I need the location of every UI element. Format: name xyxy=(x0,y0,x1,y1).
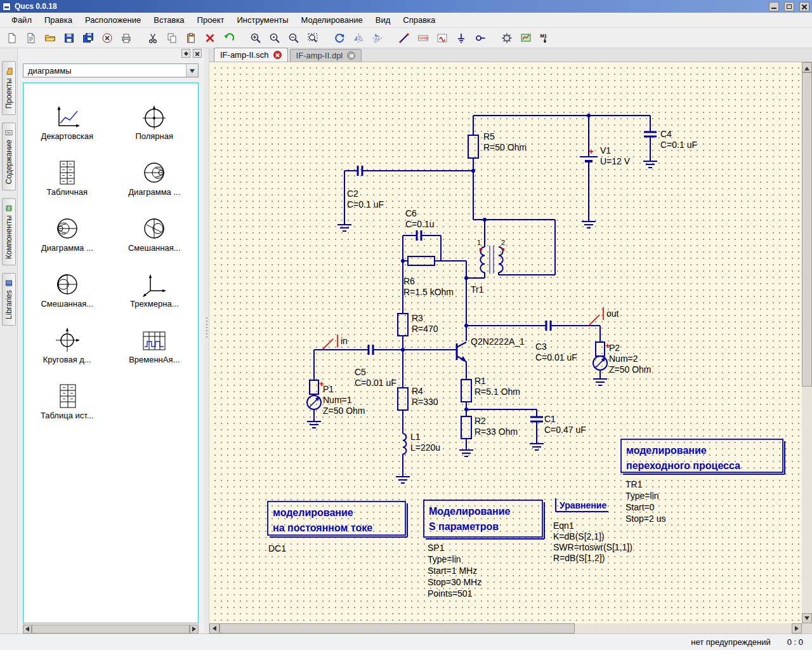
menu-help[interactable]: Справка xyxy=(396,13,442,27)
menu-edit[interactable]: Правка xyxy=(38,13,79,27)
sidebar-tab-projects[interactable]: Проекты xyxy=(2,61,16,115)
dock-item-timing-diagram[interactable]: ВременнАя... xyxy=(111,312,199,368)
component-l1[interactable]: L1 L=220u xyxy=(403,432,440,454)
schematic-canvas[interactable]: R5 R=50 Ohm + V1 U=12 V C4 C=0.1 uF xyxy=(209,62,802,623)
menu-positioning[interactable]: Расположение xyxy=(79,13,147,27)
scrollbar-thumb[interactable] xyxy=(219,623,575,633)
component-category-dropdown[interactable]: диаграммы xyxy=(23,63,199,77)
open-button[interactable] xyxy=(41,29,58,46)
component-p2[interactable]: + P2 Num=2 Z=50 Ohm xyxy=(593,341,652,375)
scrollbar-thumb[interactable] xyxy=(32,625,190,633)
insert-port-button[interactable] xyxy=(471,29,488,46)
scrollbar-track[interactable] xyxy=(802,387,812,613)
dock-item-tabular[interactable]: Табличная xyxy=(23,144,111,200)
undo-button[interactable] xyxy=(220,29,237,46)
dock-item-truth-table[interactable]: Таблица ист... xyxy=(23,368,111,423)
sidebar-tab-components[interactable]: Компоненты xyxy=(2,198,16,265)
view-data-display-button[interactable] xyxy=(517,29,534,46)
component-r2[interactable]: R2 R=33 Ohm xyxy=(461,416,518,439)
tab-data-display[interactable]: IF-amp-II.dpl xyxy=(290,49,362,62)
insert-wire-label-button[interactable]: NAME xyxy=(414,29,431,46)
menu-project[interactable]: Проект xyxy=(191,13,231,27)
save-all-button[interactable] xyxy=(79,29,96,46)
menu-view[interactable]: Вид xyxy=(369,13,397,27)
zoom-in-button[interactable] xyxy=(247,29,264,46)
component-tr1[interactable]: 1 2 Tr1 xyxy=(471,239,505,295)
print-button[interactable] xyxy=(117,29,134,46)
menu-tools[interactable]: Инструменты xyxy=(230,13,294,27)
dock-horizontal-scrollbar[interactable] xyxy=(23,625,199,633)
tab-close-icon[interactable] xyxy=(273,51,282,59)
mirror-vertical-button[interactable] xyxy=(369,29,386,46)
scroll-up-button[interactable] xyxy=(802,62,812,72)
horizontal-scrollbar[interactable] xyxy=(209,623,802,633)
scroll-left-button[interactable] xyxy=(209,623,219,633)
menu-simulation[interactable]: Моделирование xyxy=(294,13,369,27)
component-c4[interactable]: C4 C=0.1 uF xyxy=(644,129,697,150)
insert-ground-button[interactable] xyxy=(452,29,469,46)
component-c1[interactable]: C1 C=0.47 uF xyxy=(530,414,586,435)
sidebar-tab-libraries[interactable]: Libraries xyxy=(2,273,16,326)
close-document-button[interactable] xyxy=(98,29,115,46)
set-marker-button[interactable]: M1 xyxy=(536,29,553,46)
dock-float-button[interactable] xyxy=(181,49,190,58)
dock-close-button[interactable] xyxy=(193,49,202,58)
component-r1[interactable]: R1 R=5.1 Ohm xyxy=(461,376,520,402)
simulate-button[interactable] xyxy=(498,29,515,46)
scroll-left-button[interactable] xyxy=(23,625,32,633)
sparameter-simulation-block[interactable]: Моделирование S параметров SP1 Type=lin … xyxy=(424,500,544,599)
zoom-out-button[interactable] xyxy=(285,29,302,46)
dropdown-arrow-button[interactable] xyxy=(186,64,198,77)
close-button[interactable] xyxy=(799,2,809,11)
rotate-button[interactable] xyxy=(331,29,348,46)
mirror-horizontal-button[interactable] xyxy=(350,29,367,46)
minimize-button[interactable] xyxy=(769,2,779,11)
scroll-right-button[interactable] xyxy=(792,623,802,633)
component-v1[interactable]: + V1 U=12 V xyxy=(580,145,631,166)
dock-item-smith-admittance[interactable]: Диаграмма ... xyxy=(23,200,111,256)
transient-simulation-block[interactable]: моделирование переходного процесса TR1 T… xyxy=(621,439,785,524)
node-label-out[interactable]: out xyxy=(589,307,619,326)
save-button[interactable] xyxy=(60,29,77,46)
dock-item-mixed-smith[interactable]: Смешанная... xyxy=(111,200,199,256)
component-r3[interactable]: R3 R=470 xyxy=(398,313,438,336)
scroll-right-button[interactable] xyxy=(190,625,199,633)
scrollbar-thumb[interactable] xyxy=(802,72,812,387)
dock-item-smith[interactable]: Диаграмма ... xyxy=(111,144,199,200)
scroll-down-button[interactable] xyxy=(802,613,812,623)
vertical-scrollbar[interactable] xyxy=(802,62,812,623)
component-r5[interactable]: R5 R=50 Ohm xyxy=(468,131,527,158)
tab-close-icon[interactable] xyxy=(347,51,355,60)
menu-insert[interactable]: Вставка xyxy=(147,13,190,27)
dock-item-cartesian[interactable]: Декартовская xyxy=(23,88,111,144)
component-q2n2222[interactable]: Q2N2222A_1 xyxy=(457,336,525,362)
new-file-button[interactable] xyxy=(3,29,20,46)
dock-item-polar[interactable]: Полярная xyxy=(111,88,199,144)
insert-equation-button[interactable] xyxy=(433,29,450,46)
sidebar-tab-content[interactable]: Содержание xyxy=(2,123,16,190)
paste-button[interactable] xyxy=(182,29,199,46)
cut-button[interactable] xyxy=(144,29,161,46)
zoom-reset-button[interactable] xyxy=(266,29,283,46)
insert-wire-button[interactable] xyxy=(395,29,412,46)
equation-block[interactable]: Уравнение Eqn1 K=dB(S[2,1]) SWR=rtoswr(S… xyxy=(553,498,632,563)
component-c5[interactable]: C5 C=0.01 uF xyxy=(355,345,396,388)
component-r4[interactable]: R4 R=330 xyxy=(398,386,438,410)
dock-item-3d-cartesian[interactable]: Трехмерна... xyxy=(111,256,199,312)
component-c2[interactable]: C2 C=0.1 uF xyxy=(347,166,384,209)
node-label-in[interactable]: in xyxy=(322,335,348,350)
dock-item-locus-curve[interactable]: Круговая д... xyxy=(23,312,111,368)
component-r6[interactable]: R6 R=1.5 kOhm xyxy=(403,256,454,297)
panel-splitter[interactable] xyxy=(204,48,209,633)
dc-simulation-block[interactable]: моделирование на постоянном токе DC1 xyxy=(268,501,407,554)
delete-button[interactable] xyxy=(201,29,218,46)
dock-item-mixed-smith-2[interactable]: Смешанная... xyxy=(23,256,111,312)
zoom-fit-button[interactable] xyxy=(304,29,321,46)
scrollbar-track[interactable] xyxy=(575,623,792,633)
tab-schematic[interactable]: IF-amp-II.sch xyxy=(214,48,288,62)
copy-button[interactable] xyxy=(163,29,180,46)
menu-file[interactable]: Файл xyxy=(5,13,38,27)
new-text-document-button[interactable] xyxy=(22,29,39,46)
maximize-button[interactable] xyxy=(784,2,794,11)
component-c3[interactable]: C3 C=0.01 uF xyxy=(535,321,577,362)
